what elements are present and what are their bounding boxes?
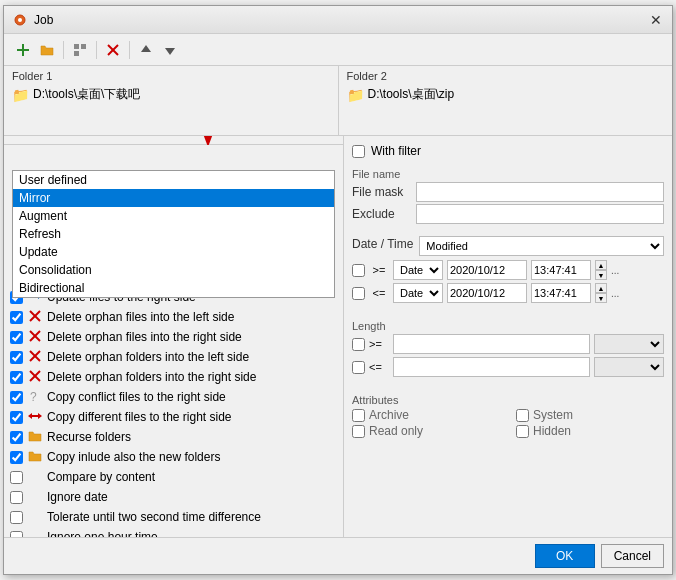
dt-gte-checkbox[interactable] xyxy=(352,264,365,277)
app-icon xyxy=(12,12,28,28)
dt-gte-time[interactable] xyxy=(531,260,591,280)
file-mask-input[interactable] xyxy=(416,182,664,202)
option-icon-2 xyxy=(27,329,43,346)
option-check-2[interactable] xyxy=(10,331,23,344)
option-icon-5: ? xyxy=(27,389,43,406)
dropdown-item-mirror[interactable]: Mirror xyxy=(13,189,334,207)
up-button[interactable] xyxy=(135,39,157,61)
ok-button[interactable]: OK xyxy=(535,544,595,568)
length-lte-row: <= xyxy=(352,357,664,377)
option-check-3[interactable] xyxy=(10,351,23,364)
dropdown-item-refresh[interactable]: Refresh xyxy=(13,225,334,243)
folder2-path: D:\tools\桌面\zip xyxy=(368,86,455,103)
option-check-6[interactable] xyxy=(10,411,23,424)
dt-lte-type[interactable]: Date xyxy=(393,283,443,303)
folder2-label: Folder 2 xyxy=(347,70,665,82)
exclude-row: Exclude xyxy=(352,204,664,224)
right-panel: With filter File name File mask Exclude … xyxy=(344,136,672,537)
option-check-7[interactable] xyxy=(10,431,23,444)
option-check-9[interactable] xyxy=(10,471,23,484)
job-window: Job ✕ xyxy=(3,5,673,575)
svg-rect-4 xyxy=(74,44,79,49)
content-area: User defined Mirror Augment Refresh Upda… xyxy=(4,136,672,537)
option-row-8: Copy inlude also the new folders xyxy=(4,447,343,467)
title-bar: Job ✕ xyxy=(4,6,672,34)
length-label: Length xyxy=(352,320,664,332)
attr-system-check[interactable] xyxy=(516,409,529,422)
add-button[interactable] xyxy=(12,39,34,61)
option-row-2: Delete orphan files into the right side xyxy=(4,327,343,347)
dt-gte-spin-down[interactable]: ▼ xyxy=(595,270,607,280)
folder1-pane: Folder 1 📁 D:\tools\桌面\下载吧 xyxy=(4,66,339,135)
exclude-input[interactable] xyxy=(416,204,664,224)
option-check-11[interactable] xyxy=(10,511,23,524)
option-label-11: Tolerate until two second time differenc… xyxy=(47,510,261,524)
option-check-10[interactable] xyxy=(10,491,23,504)
datetime-label: Date / Time xyxy=(352,237,413,251)
attr-hidden-check[interactable] xyxy=(516,425,529,438)
option-label-6: Copy different files to the right side xyxy=(47,410,232,424)
toolbar-sep-1 xyxy=(63,41,64,59)
option-label-10: Ignore date xyxy=(47,490,108,504)
dropdown-item-update[interactable]: Update xyxy=(13,243,334,261)
option-check-12[interactable] xyxy=(10,531,23,538)
option-icon-1 xyxy=(27,309,43,326)
option-check-1[interactable] xyxy=(10,311,23,324)
settings-button[interactable] xyxy=(69,39,91,61)
close-button[interactable]: ✕ xyxy=(648,12,664,28)
dropdown-item-bidirectional[interactable]: Bidirectional xyxy=(13,279,334,297)
svg-rect-5 xyxy=(81,44,86,49)
title-bar-left: Job xyxy=(12,12,53,28)
option-check-8[interactable] xyxy=(10,451,23,464)
dt-lte-extra: ... xyxy=(611,288,619,299)
len-lte-checkbox[interactable] xyxy=(352,361,365,374)
folder1-path: D:\tools\桌面\下载吧 xyxy=(33,86,140,103)
filter-row: With filter xyxy=(352,144,664,158)
dropdown-item-augment[interactable]: Augment xyxy=(13,207,334,225)
len-gte-checkbox[interactable] xyxy=(352,338,365,351)
dt-lte-spin-down[interactable]: ▼ xyxy=(595,293,607,303)
option-check-4[interactable] xyxy=(10,371,23,384)
dt-lte-time[interactable] xyxy=(531,283,591,303)
with-filter-checkbox[interactable] xyxy=(352,145,365,158)
dt-lte-checkbox[interactable] xyxy=(352,287,365,300)
option-label-3: Delete orphan folders into the left side xyxy=(47,350,249,364)
attr-archive-label: Archive xyxy=(369,408,409,422)
cancel-button[interactable]: Cancel xyxy=(601,544,664,568)
option-label-8: Copy inlude also the new folders xyxy=(47,450,220,464)
dt-gte-spin-up[interactable]: ▲ xyxy=(595,260,607,270)
dt-gte-type[interactable]: Date xyxy=(393,260,443,280)
dt-lte-op: <= xyxy=(369,287,389,299)
len-lte-unit[interactable] xyxy=(594,357,664,377)
option-row-11: Tolerate until two second time differenc… xyxy=(4,507,343,527)
dt-gte-extra: ... xyxy=(611,265,619,276)
len-gte-input[interactable] xyxy=(393,334,590,354)
option-row-10: Ignore date xyxy=(4,487,343,507)
dt-lte-spin: ▲ ▼ xyxy=(595,283,607,303)
option-icon-6 xyxy=(27,410,43,424)
dt-gte-date[interactable] xyxy=(447,260,527,280)
len-lte-input[interactable] xyxy=(393,357,590,377)
down-button[interactable] xyxy=(159,39,181,61)
option-check-5[interactable] xyxy=(10,391,23,404)
folder-button[interactable] xyxy=(36,39,58,61)
dropdown-item-user-defined[interactable]: User defined xyxy=(13,171,334,189)
folder1-label: Folder 1 xyxy=(12,70,330,82)
datetime-lte-row: <= Date ▲ ▼ ... xyxy=(352,283,664,303)
svg-text:?: ? xyxy=(30,390,37,403)
file-name-label: File name xyxy=(352,168,664,180)
svg-point-1 xyxy=(18,18,22,22)
dt-lte-spin-up[interactable]: ▲ xyxy=(595,283,607,293)
modified-select[interactable]: Modified Created Accessed xyxy=(419,236,664,256)
left-panel: User defined Mirror Augment Refresh Upda… xyxy=(4,136,344,537)
option-label-9: Compare by content xyxy=(47,470,155,484)
dropdown-item-consolidation[interactable]: Consolidation xyxy=(13,261,334,279)
delete-button[interactable] xyxy=(102,39,124,61)
option-row-4: Delete orphan folders into the right sid… xyxy=(4,367,343,387)
len-gte-unit[interactable] xyxy=(594,334,664,354)
attr-readonly-label: Read only xyxy=(369,424,423,438)
option-row-9: Compare by content xyxy=(4,467,343,487)
attr-archive-check[interactable] xyxy=(352,409,365,422)
attr-readonly-check[interactable] xyxy=(352,425,365,438)
dt-lte-date[interactable] xyxy=(447,283,527,303)
